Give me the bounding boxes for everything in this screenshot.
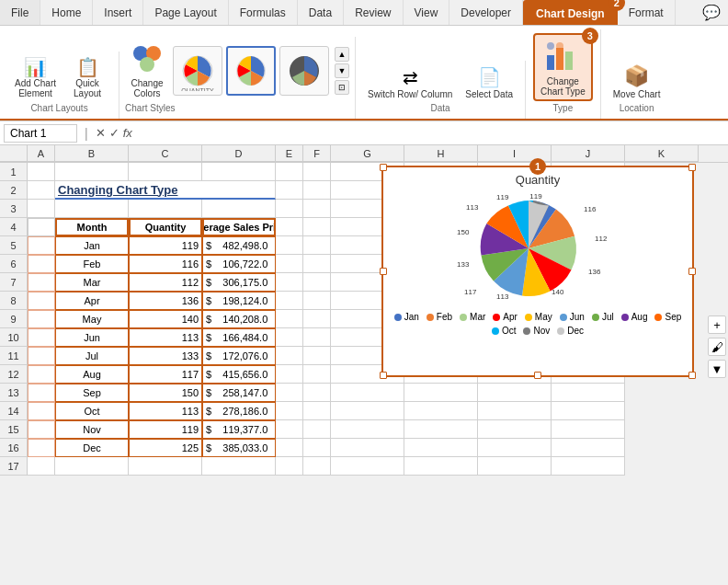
select-data-button[interactable]: 📄 Select Data xyxy=(461,64,518,101)
cell-g17[interactable] xyxy=(331,457,404,476)
resize-handle-br[interactable] xyxy=(688,372,696,379)
cell-f5[interactable] xyxy=(303,236,331,255)
insert-function-icon[interactable]: fx xyxy=(123,126,132,140)
cell-g14[interactable] xyxy=(331,402,404,420)
col-header-b[interactable]: B xyxy=(55,145,129,162)
cell-b6[interactable]: Feb xyxy=(55,255,129,273)
col-header-a[interactable]: A xyxy=(28,145,55,162)
cell-a16[interactable] xyxy=(28,439,55,457)
cell-f16[interactable] xyxy=(303,439,331,457)
cell-f17[interactable] xyxy=(303,457,331,476)
cell-g15[interactable] xyxy=(331,420,404,439)
comment-icon[interactable]: 💬 xyxy=(695,0,728,25)
formula-input[interactable] xyxy=(136,127,724,140)
col-header-f[interactable]: F xyxy=(303,145,331,162)
cell-d16[interactable]: $ 385,033.0 xyxy=(202,439,276,457)
cell-f15[interactable] xyxy=(303,420,331,439)
style-thumb-1[interactable]: QUANTITY xyxy=(173,46,222,96)
cell-c10[interactable]: 113 xyxy=(129,328,202,347)
cell-j15[interactable] xyxy=(552,420,625,439)
cell-c1[interactable] xyxy=(129,163,202,181)
cell-f4[interactable] xyxy=(303,218,331,236)
cell-f1[interactable] xyxy=(303,163,331,181)
cell-e1[interactable] xyxy=(276,163,303,181)
cell-g13[interactable] xyxy=(331,384,404,402)
cancel-formula-icon[interactable]: ✕ xyxy=(96,126,106,140)
cell-a4[interactable] xyxy=(28,218,55,236)
cell-j16[interactable] xyxy=(552,439,625,457)
cell-i17[interactable] xyxy=(478,457,552,476)
cell-c12[interactable]: 117 xyxy=(129,365,202,384)
cell-d1[interactable] xyxy=(202,163,276,181)
cell-e9[interactable] xyxy=(276,310,303,328)
chart-style-tool[interactable]: 🖌 xyxy=(708,338,726,356)
cell-f2[interactable] xyxy=(303,181,331,200)
cell-b10[interactable]: Jun xyxy=(55,328,129,347)
cell-b7[interactable]: Mar xyxy=(55,273,129,292)
cell-e12[interactable] xyxy=(276,365,303,384)
cell-e2[interactable] xyxy=(276,181,303,200)
cell-c6[interactable]: 116 xyxy=(129,255,202,273)
chart-add-element-tool[interactable]: + xyxy=(708,315,726,334)
cell-a1[interactable] xyxy=(28,163,55,181)
cell-f9[interactable] xyxy=(303,310,331,328)
name-box[interactable] xyxy=(4,124,77,143)
tab-view[interactable]: View xyxy=(404,0,450,25)
cell-i15[interactable] xyxy=(478,420,552,439)
change-chart-type-button[interactable]: Change Chart Type xyxy=(533,33,593,101)
cell-b12[interactable]: Aug xyxy=(55,365,129,384)
col-header-d[interactable]: D xyxy=(202,145,276,162)
cell-h17[interactable] xyxy=(404,457,478,476)
resize-handle-ml[interactable] xyxy=(380,268,387,275)
style-scroll-up[interactable]: ▲ xyxy=(335,47,349,62)
cell-c15[interactable]: 119 xyxy=(129,420,202,439)
cell-a14[interactable] xyxy=(28,402,55,420)
resize-handle-tr[interactable] xyxy=(688,164,696,171)
quick-layout-button[interactable]: 📋 Quick Layout xyxy=(65,55,109,101)
cell-c14[interactable]: 113 xyxy=(129,402,202,420)
tab-formulas[interactable]: Formulas xyxy=(229,0,298,25)
cell-c11[interactable]: 133 xyxy=(129,347,202,365)
cell-b9[interactable]: May xyxy=(55,310,129,328)
cell-f10[interactable] xyxy=(303,328,331,347)
chart-container[interactable]: 1 Quantity xyxy=(381,166,694,377)
resize-handle-bc[interactable] xyxy=(534,372,541,379)
cell-c9[interactable]: 140 xyxy=(129,310,202,328)
cell-c17[interactable] xyxy=(129,457,202,476)
chart-filter-tool[interactable]: ▼ xyxy=(708,360,726,378)
cell-h15[interactable] xyxy=(404,420,478,439)
cell-i13[interactable] xyxy=(478,384,552,402)
cell-d6[interactable]: $ 106,722.0 xyxy=(202,255,276,273)
cell-f13[interactable] xyxy=(303,384,331,402)
cell-f3[interactable] xyxy=(303,200,331,218)
cell-c16[interactable]: 125 xyxy=(129,439,202,457)
style-thumb-2[interactable] xyxy=(226,46,276,96)
style-scroll-down[interactable]: ▼ xyxy=(335,63,349,78)
cell-f6[interactable] xyxy=(303,255,331,273)
cell-a8[interactable] xyxy=(28,292,55,310)
cell-b11[interactable]: Jul xyxy=(55,347,129,365)
tab-format[interactable]: Format xyxy=(618,0,676,25)
tab-chart-design[interactable]: Chart Design 2 xyxy=(523,0,618,25)
cell-d17[interactable] xyxy=(202,457,276,476)
cell-d4-header[interactable]: Average Sales Price xyxy=(202,218,276,236)
cell-b2-title[interactable]: Changing Chart Type xyxy=(55,181,276,200)
cell-c4-header[interactable]: Quantity xyxy=(129,218,202,236)
cell-e5[interactable] xyxy=(276,236,303,255)
cell-d5[interactable]: $ 482,498.0 xyxy=(202,236,276,255)
cell-b15[interactable]: Nov xyxy=(55,420,129,439)
col-header-h[interactable]: H xyxy=(404,145,478,162)
cell-j14[interactable] xyxy=(552,402,625,420)
cell-f11[interactable] xyxy=(303,347,331,365)
tab-developer[interactable]: Developer xyxy=(449,0,523,25)
change-colors-button[interactable]: Change Colors xyxy=(125,40,169,101)
cell-e10[interactable] xyxy=(276,328,303,347)
cell-e16[interactable] xyxy=(276,439,303,457)
cell-f8[interactable] xyxy=(303,292,331,310)
cell-b1[interactable] xyxy=(55,163,129,181)
cell-e15[interactable] xyxy=(276,420,303,439)
cell-g16[interactable] xyxy=(331,439,404,457)
cell-a11[interactable] xyxy=(28,347,55,365)
confirm-formula-icon[interactable]: ✓ xyxy=(109,126,119,140)
cell-e8[interactable] xyxy=(276,292,303,310)
